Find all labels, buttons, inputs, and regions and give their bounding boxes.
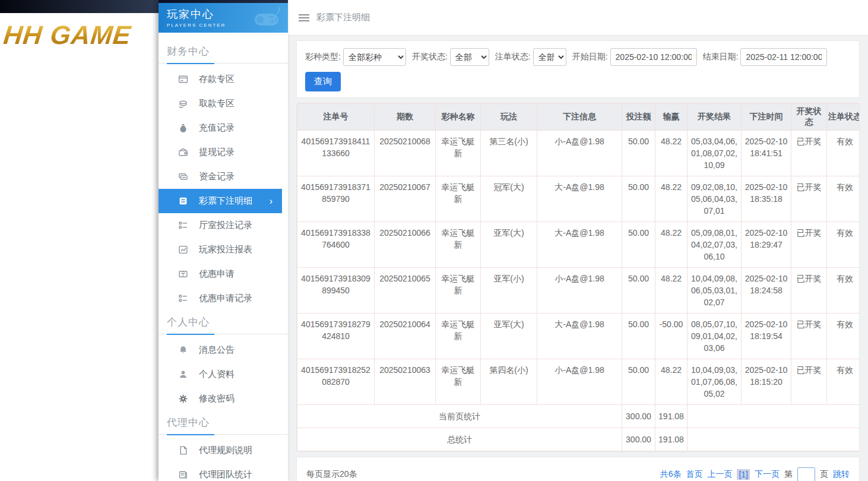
sidebar-item[interactable]: 充值记录 [159, 116, 282, 140]
summary-empty [688, 428, 860, 451]
table-cell: 有效 [827, 359, 860, 405]
summary-row: 当前页统计300.00191.08 [297, 405, 860, 428]
sidebar-item-label: 玩家投注报表 [199, 244, 252, 255]
sidebar-item[interactable]: 资金记录 [159, 164, 282, 189]
sidebar-item[interactable]: 彩票下注明细› [159, 189, 282, 213]
next-page-link[interactable]: 下一页 [755, 469, 780, 480]
table-cell: 大-A盘@1.98 [537, 314, 622, 359]
end-date-input[interactable] [740, 48, 827, 66]
table-cell: 401569173918371859790 [297, 176, 375, 222]
withdraw-hand-icon [178, 99, 188, 109]
table-cell: 2025-02-10 18:41:51 [742, 131, 791, 176]
sidebar-item[interactable]: 消息公告 [159, 338, 282, 362]
lottery-type-select[interactable]: 全部彩种 [343, 48, 406, 66]
bet-status-select[interactable]: 全部 [533, 48, 566, 66]
table-cell: 10,04,09,08,06,05,03,01,02,07 [688, 268, 742, 314]
column-header: 开奖状态 [791, 104, 827, 131]
table-cell: 48.22 [655, 359, 688, 405]
sidebar-item[interactable]: 个人资料 [159, 362, 282, 387]
sidebar-item[interactable]: 厅室投注记录 [159, 213, 282, 238]
chevron-right-icon: › [270, 197, 273, 206]
sidebar-item[interactable]: 存款专区 [159, 67, 282, 91]
sidebar-item[interactable]: 代理团队统计 [159, 463, 282, 481]
table-cell: 亚军(大) [481, 314, 537, 359]
sidebar-item[interactable]: 优惠申请记录 [159, 286, 282, 311]
table-cell: 有效 [827, 268, 860, 314]
table-cell: 20250210065 [375, 268, 436, 314]
draw-status-select[interactable]: 全部 [450, 48, 489, 66]
table-cell: 幸运飞艇新 [436, 131, 481, 176]
sidebar-item[interactable]: 玩家投注报表 [159, 238, 282, 262]
table-cell: 50.00 [622, 176, 655, 222]
table-row: 40156917391841113366020250210068幸运飞艇新第三名… [297, 131, 860, 176]
gear-icon [178, 394, 188, 404]
table-row: 40156917391827942481020250210064幸运飞艇新亚军(… [297, 314, 860, 359]
sidebar-item[interactable]: 代理规则说明 [159, 438, 282, 463]
table-cell: 401569173918252082870 [297, 359, 375, 405]
table-cell: 48.22 [655, 268, 688, 314]
table-cell: 20250210066 [375, 222, 436, 268]
table-cell: 亚军(小) [481, 268, 537, 314]
table-cell: 有效 [827, 314, 860, 359]
first-page-link[interactable]: 首页 [686, 469, 702, 480]
table-cell: 48.22 [655, 222, 688, 268]
sidebar-item[interactable]: 优惠申请 [159, 262, 282, 286]
lottery-bet-detail-icon [178, 196, 188, 206]
table-cell: 已开奖 [791, 176, 827, 222]
table-cell: 401569173918411133660 [297, 131, 375, 176]
sidebar-item-label: 提现记录 [199, 147, 235, 158]
jump-link[interactable]: 跳转 [833, 469, 850, 480]
summary-bet-total: 300.00 [622, 428, 655, 451]
search-button[interactable]: 查询 [305, 72, 341, 91]
summary-row: 总统计300.00191.08 [297, 428, 860, 451]
sidebar-top-strip: 玩家中心 PLAYERS CENTER [159, 0, 288, 33]
table-cell: 20250210064 [375, 314, 436, 359]
prev-page-link[interactable]: 上一页 [707, 469, 732, 480]
menu-toggle-icon[interactable] [299, 14, 309, 21]
team-stats-icon [178, 470, 188, 480]
table-row: 40156917391830989945020250210065幸运飞艇新亚军(… [297, 268, 860, 314]
lottery-type-label: 彩种类型: [305, 52, 341, 62]
table-row: 40156917391837185979020250210067幸运飞艇新冠军(… [297, 176, 860, 222]
table-cell: 有效 [827, 176, 860, 222]
sidebar-item[interactable]: 取款专区 [159, 91, 282, 116]
table-cell: 50.00 [622, 131, 655, 176]
deposit-card-icon [178, 74, 188, 84]
sidebar-item-label: 优惠申请 [199, 268, 235, 280]
withdraw-record-icon [178, 147, 188, 157]
page-jump-input[interactable] [797, 467, 815, 481]
sidebar-menu: 财务中心存款专区取款专区充值记录提现记录资金记录彩票下注明细›厅室投注记录玩家投… [159, 33, 288, 481]
column-header: 投注额 [622, 104, 655, 131]
summary-winloss-total: 191.08 [655, 405, 688, 428]
promo-record-icon [178, 293, 188, 303]
table-cell: 2025-02-10 18:24:58 [742, 268, 791, 314]
column-header: 期数 [375, 104, 436, 131]
per-page-label: 每页显示20条 [306, 469, 357, 480]
section-divider [159, 63, 288, 64]
table-cell: 09,02,08,10,05,06,04,03,07,01 [688, 176, 742, 222]
column-header: 输赢 [655, 104, 688, 131]
column-header: 彩种名称 [436, 104, 481, 131]
table-cell: 幸运飞艇新 [436, 268, 481, 314]
bell-icon [178, 345, 188, 355]
table-cell: 2025-02-10 18:15:20 [742, 359, 791, 405]
column-header: 注单状态 [827, 104, 860, 131]
current-page: [1] [737, 469, 750, 480]
content: 彩种类型: 全部彩种 开奖状态: 全部 注单状态: 全部 开始日期: 结束日期:… [288, 36, 868, 481]
end-date-label: 结束日期: [703, 52, 739, 62]
table-cell: 20250210063 [375, 359, 436, 405]
bets-table: 注单号期数彩种名称玩法下注信息投注额输赢开奖结果下注时间开奖状态注单状态 401… [297, 103, 860, 451]
sidebar: 玩家中心 PLAYERS CENTER 财务中心存款专区取款专区充值记录提现记录… [159, 0, 288, 481]
gamepad-icon [251, 7, 282, 33]
table-cell: 20250210068 [375, 131, 436, 176]
start-date-input[interactable] [610, 48, 697, 66]
sidebar-item[interactable]: 修改密码 [159, 387, 282, 411]
top-dark-strip [0, 0, 159, 13]
sidebar-item-label: 彩票下注明细 [199, 195, 252, 207]
jump-prefix-label: 第 [784, 469, 793, 480]
pagination-panel: 每页显示20条 共6条 首页 上一页 [1] 下一页 第 页 跳转 [296, 457, 860, 481]
table-cell: 小-A盘@1.98 [537, 268, 622, 314]
table-cell: 亚军(大) [481, 222, 537, 268]
sidebar-item[interactable]: 提现记录 [159, 140, 282, 164]
table-cell: 已开奖 [791, 131, 827, 176]
